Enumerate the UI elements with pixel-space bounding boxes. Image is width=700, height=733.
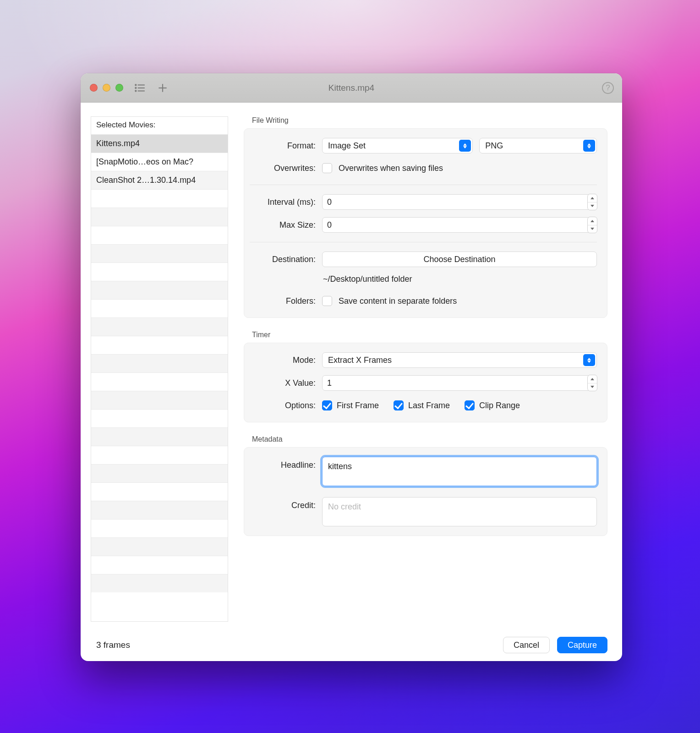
choose-destination-button[interactable]: Choose Destination	[322, 252, 597, 267]
movie-list-empty	[91, 244, 228, 263]
destination-label: Destination:	[250, 255, 322, 264]
add-icon[interactable]	[156, 82, 169, 94]
movie-list-empty	[91, 427, 228, 446]
credit-placeholder: No credit	[328, 502, 361, 511]
last-frame-label: Last Frame	[408, 401, 450, 410]
movie-list-empty	[91, 464, 228, 482]
sidebar-header: Selected Movies:	[91, 117, 228, 134]
mode-value: Extract X Frames	[328, 356, 392, 365]
movie-list-empty	[91, 226, 228, 244]
movie-list-empty	[91, 574, 228, 592]
footer: 3 frames Cancel Capture	[81, 629, 622, 661]
movie-list-empty	[91, 537, 228, 556]
mode-label: Mode:	[250, 356, 322, 365]
list-icon[interactable]	[133, 82, 146, 94]
xvalue-stepper[interactable]: 1	[322, 375, 597, 391]
section-title-timer: Timer	[252, 331, 607, 339]
xvalue-value: 1	[327, 378, 332, 388]
maxsize-label: Max Size:	[250, 220, 322, 230]
overwrite-checkbox[interactable]	[322, 163, 332, 173]
movie-list-empty	[91, 208, 228, 226]
movie-list-empty	[91, 336, 228, 354]
movie-list-empty	[91, 519, 228, 537]
movie-list-empty	[91, 299, 228, 317]
folders-text: Save content in separate folders	[339, 296, 457, 306]
close-window-button[interactable]	[90, 84, 98, 92]
stepper-buttons[interactable]	[587, 194, 597, 210]
movie-list-empty	[91, 281, 228, 299]
first-frame-label: First Frame	[337, 401, 379, 410]
overwrite-label: Overwrites:	[250, 164, 322, 173]
interval-value: 0	[327, 197, 332, 207]
maxsize-value: 0	[327, 220, 332, 230]
svg-point-0	[135, 84, 136, 85]
folders-checkbox[interactable]	[322, 296, 332, 306]
movie-list-item[interactable]: CleanShot 2…1.30.14.mp4	[91, 171, 228, 189]
movie-list-empty	[91, 391, 228, 409]
movie-list-empty	[91, 263, 228, 281]
movie-list-empty	[91, 409, 228, 427]
chevron-updown-icon	[583, 140, 595, 152]
headline-value: kittens	[328, 462, 352, 471]
movie-list-empty	[91, 189, 228, 208]
movies-sidebar: Selected Movies: Kittens.mp4 [SnapMotio……	[91, 116, 228, 622]
section-title-file-writing: File Writing	[252, 116, 607, 125]
format-ext-select[interactable]: PNG	[479, 138, 597, 153]
mode-select[interactable]: Extract X Frames	[322, 352, 597, 368]
frames-status: 3 frames	[96, 640, 130, 650]
svg-point-2	[135, 87, 136, 88]
app-window: Kittens.mp4 ? Selected Movies: Kittens.m…	[81, 73, 622, 661]
folders-label: Folders:	[250, 296, 322, 306]
movie-list: Kittens.mp4 [SnapMotio…eos on Mac? Clean…	[91, 134, 228, 621]
overwrite-text: Overwrites when saving files	[339, 164, 443, 173]
clip-range-checkbox[interactable]	[465, 400, 475, 410]
svg-point-4	[135, 90, 136, 91]
chevron-updown-icon	[583, 354, 595, 366]
clip-range-label: Clip Range	[479, 401, 520, 410]
xvalue-label: X Value:	[250, 378, 322, 388]
capture-button[interactable]: Capture	[557, 637, 607, 653]
window-controls	[90, 84, 123, 92]
help-icon[interactable]: ?	[602, 82, 614, 94]
movie-list-empty	[91, 354, 228, 372]
movie-list-empty	[91, 446, 228, 464]
interval-label: Interval (ms):	[250, 197, 322, 207]
titlebar: Kittens.mp4 ?	[81, 73, 622, 103]
timer-panel: Mode: Extract X Frames X Value: 1	[244, 343, 607, 422]
destination-path: ~/Desktop/untitled folder	[322, 274, 412, 284]
movie-list-item[interactable]: Kittens.mp4	[91, 134, 228, 153]
file-writing-panel: Format: Image Set PNG Overwrites:	[244, 128, 607, 318]
headline-field[interactable]: kittens	[322, 457, 597, 486]
movie-list-item[interactable]: [SnapMotio…eos on Mac?	[91, 153, 228, 171]
stepper-buttons[interactable]	[587, 375, 597, 391]
interval-stepper[interactable]: 0	[322, 194, 597, 210]
section-title-metadata: Metadata	[252, 435, 607, 443]
format-value: Image Set	[328, 141, 366, 151]
cancel-button[interactable]: Cancel	[503, 637, 550, 653]
format-ext-value: PNG	[485, 141, 503, 151]
stepper-buttons[interactable]	[587, 217, 597, 233]
maxsize-stepper[interactable]: 0	[322, 217, 597, 233]
minimize-window-button[interactable]	[103, 84, 110, 92]
movie-list-empty	[91, 556, 228, 574]
movie-list-empty	[91, 501, 228, 519]
metadata-panel: Headline: kittens Credit: No credit	[244, 447, 607, 536]
first-frame-checkbox[interactable]	[322, 400, 332, 410]
credit-label: Credit:	[250, 497, 322, 510]
zoom-window-button[interactable]	[115, 84, 123, 92]
options-label: Options:	[250, 401, 322, 410]
movie-list-empty	[91, 317, 228, 336]
chevron-updown-icon	[459, 140, 471, 152]
format-select[interactable]: Image Set	[322, 138, 473, 153]
credit-field[interactable]: No credit	[322, 497, 597, 526]
movie-list-empty	[91, 372, 228, 391]
headline-label: Headline:	[250, 457, 322, 470]
movie-list-empty	[91, 482, 228, 501]
format-label: Format:	[250, 141, 322, 151]
last-frame-checkbox[interactable]	[394, 400, 404, 410]
